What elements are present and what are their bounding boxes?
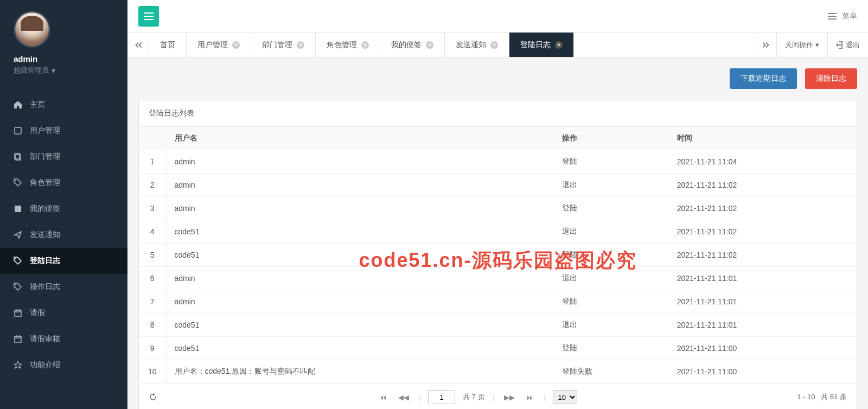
svg-rect-11 bbox=[828, 18, 837, 20]
pager-prev-button[interactable]: ◀◀ bbox=[396, 393, 411, 401]
svg-rect-0 bbox=[15, 127, 21, 134]
tabbar: 首页用户管理✕部门管理✕角色管理✕我的便签✕发送通知✕登陆日志✕ 关闭操作 ▾ … bbox=[127, 33, 868, 57]
tab-close-button[interactable]: ✕ bbox=[297, 41, 304, 49]
svg-rect-9 bbox=[828, 13, 837, 14]
sidebar-item-2[interactable]: 部门管理 bbox=[0, 144, 127, 170]
pager-size-select[interactable]: 10 bbox=[553, 390, 577, 404]
cell-index: 6 bbox=[139, 267, 166, 290]
topbar-menu-label: 菜单 bbox=[842, 11, 857, 21]
tab-close-button[interactable]: ✕ bbox=[426, 41, 433, 49]
tab-3[interactable]: 角色管理✕ bbox=[316, 33, 380, 57]
sidebar-item-label: 请假 bbox=[30, 308, 45, 318]
cell-time: 2021-11-21 11:02 bbox=[669, 220, 857, 244]
refresh-button[interactable] bbox=[149, 393, 157, 401]
tab-2[interactable]: 部门管理✕ bbox=[251, 33, 316, 57]
cell-user: code51 bbox=[166, 337, 554, 360]
table-row[interactable]: 4code51退出2021-11-21 11:02 bbox=[139, 220, 857, 244]
tab-4[interactable]: 我的便签✕ bbox=[380, 33, 445, 57]
cell-index: 7 bbox=[139, 290, 166, 314]
sidebar-item-8[interactable]: 请假 bbox=[0, 300, 127, 326]
sidebar-item-3[interactable]: 角色管理 bbox=[0, 170, 127, 196]
topbar-menu-button[interactable]: 菜单 bbox=[828, 11, 857, 21]
table-row[interactable]: 1admin登陆2021-11-21 11:04 bbox=[139, 150, 857, 174]
sidebar-item-4[interactable]: 我的便签 bbox=[0, 196, 127, 222]
table-row[interactable]: 5code51登陆2021-11-21 11:02 bbox=[139, 244, 857, 267]
col-time: 时间 bbox=[669, 127, 857, 150]
cell-action: 登陆失败 bbox=[554, 360, 669, 384]
tab-5[interactable]: 发送通知✕ bbox=[445, 33, 509, 57]
role-dropdown[interactable]: 超级管理员▼ bbox=[14, 66, 114, 75]
logout-button[interactable]: 退出 bbox=[827, 33, 868, 57]
sidebar-item-label: 角色管理 bbox=[30, 178, 60, 188]
cell-time: 2021-11-21 11:02 bbox=[669, 197, 857, 220]
cell-index: 2 bbox=[139, 174, 166, 197]
pager-first-button[interactable]: ⏮ bbox=[377, 393, 388, 401]
cell-time: 2021-11-21 11:00 bbox=[669, 337, 857, 360]
sidebar-item-1[interactable]: 用户管理 bbox=[0, 118, 127, 144]
cell-time: 2021-11-21 11:00 bbox=[669, 360, 857, 384]
caret-down-icon: ▾ bbox=[815, 41, 819, 49]
download-logs-button[interactable]: 下载近期日志 bbox=[730, 68, 797, 89]
cell-index: 3 bbox=[139, 197, 166, 220]
sidebar-item-5[interactable]: 发送通知 bbox=[0, 222, 127, 248]
tab-6[interactable]: 登陆日志✕ bbox=[509, 33, 574, 57]
tab-label: 发送通知 bbox=[456, 40, 486, 50]
tab-close-button[interactable]: ✕ bbox=[232, 41, 240, 49]
cell-action: 退出 bbox=[554, 267, 669, 290]
log-panel: 登陆日志列表 用户名 操作 时间 1admin登陆2021-11-21 11:0… bbox=[138, 100, 857, 409]
tab-label: 用户管理 bbox=[197, 40, 228, 50]
sidebar-item-label: 部门管理 bbox=[30, 152, 60, 162]
topbar: 菜单 bbox=[127, 0, 868, 33]
sidebar-item-label: 发送通知 bbox=[30, 230, 60, 240]
table-row[interactable]: 6admin退出2021-11-21 11:01 bbox=[139, 267, 857, 290]
cell-action: 登陆 bbox=[554, 150, 669, 174]
cell-action: 退出 bbox=[554, 314, 669, 337]
pager-info: 1 - 10 共 61 条 bbox=[797, 392, 847, 402]
cell-time: 2021-11-21 11:04 bbox=[669, 150, 857, 174]
close-tabs-label: 关闭操作 bbox=[785, 40, 813, 50]
sidebar-item-0[interactable]: 主页 bbox=[0, 92, 127, 118]
cell-action: 退出 bbox=[554, 174, 669, 197]
pager-center: ⏮ ◀◀ | 共 7 页 | ▶▶ ⏭ | 10 bbox=[377, 390, 578, 404]
tabs-container: 首页用户管理✕部门管理✕角色管理✕我的便签✕发送通知✕登陆日志✕ bbox=[149, 33, 755, 57]
caret-down-icon: ▼ bbox=[50, 67, 57, 75]
calendar-icon bbox=[14, 309, 22, 317]
col-action: 操作 bbox=[554, 127, 669, 150]
copy-icon bbox=[14, 152, 22, 161]
tab-scroll-left-button[interactable] bbox=[127, 33, 149, 57]
table-row[interactable]: 3admin登陆2021-11-21 11:02 bbox=[139, 197, 857, 220]
cell-time: 2021-11-21 11:02 bbox=[669, 244, 857, 267]
tab-close-button[interactable]: ✕ bbox=[555, 41, 563, 49]
pager-page-input[interactable] bbox=[428, 390, 455, 404]
svg-rect-8 bbox=[15, 336, 21, 342]
clear-logs-button[interactable]: 清除日志 bbox=[805, 68, 857, 89]
sidebar-toggle-button[interactable] bbox=[138, 6, 159, 27]
cell-user: admin bbox=[166, 197, 554, 220]
table-row[interactable]: 10用户名：code51,原因：账号与密码不匹配登陆失败2021-11-21 1… bbox=[139, 360, 857, 384]
tab-close-button[interactable]: ✕ bbox=[361, 41, 369, 49]
sidebar-item-6[interactable]: 登陆日志 bbox=[0, 248, 127, 274]
sidebar-item-10[interactable]: 功能介绍 bbox=[0, 352, 127, 378]
close-tabs-dropdown[interactable]: 关闭操作 ▾ bbox=[776, 33, 827, 57]
col-user: 用户名 bbox=[166, 127, 554, 150]
avatar[interactable] bbox=[14, 11, 50, 48]
col-index bbox=[139, 127, 166, 150]
pager-last-button[interactable]: ⏭ bbox=[525, 393, 536, 401]
table-row[interactable]: 9code51登陆2021-11-21 11:00 bbox=[139, 337, 857, 360]
sidebar-item-label: 我的便签 bbox=[30, 204, 60, 214]
sidebar-item-label: 用户管理 bbox=[30, 126, 60, 136]
sidebar-item-label: 请假审核 bbox=[30, 334, 60, 344]
pager-next-button[interactable]: ▶▶ bbox=[502, 393, 517, 401]
content-area: 下载近期日志 清除日志 登陆日志列表 用户名 操作 时间 1admin登陆202… bbox=[127, 57, 868, 409]
table-row[interactable]: 7admin登陆2021-11-21 11:01 bbox=[139, 290, 857, 314]
cell-user: admin bbox=[166, 290, 554, 314]
sidebar-item-7[interactable]: 操作日志 bbox=[0, 274, 127, 300]
tab-close-button[interactable]: ✕ bbox=[490, 41, 498, 49]
table-row[interactable]: 2admin退出2021-11-21 11:02 bbox=[139, 174, 857, 197]
tab-1[interactable]: 用户管理✕ bbox=[187, 33, 251, 57]
menu-icon bbox=[828, 13, 837, 20]
table-row[interactable]: 8code51退出2021-11-21 11:01 bbox=[139, 314, 857, 337]
sidebar-item-9[interactable]: 请假审核 bbox=[0, 326, 127, 352]
tab-scroll-right-button[interactable] bbox=[755, 33, 776, 57]
tab-0[interactable]: 首页 bbox=[149, 33, 187, 57]
